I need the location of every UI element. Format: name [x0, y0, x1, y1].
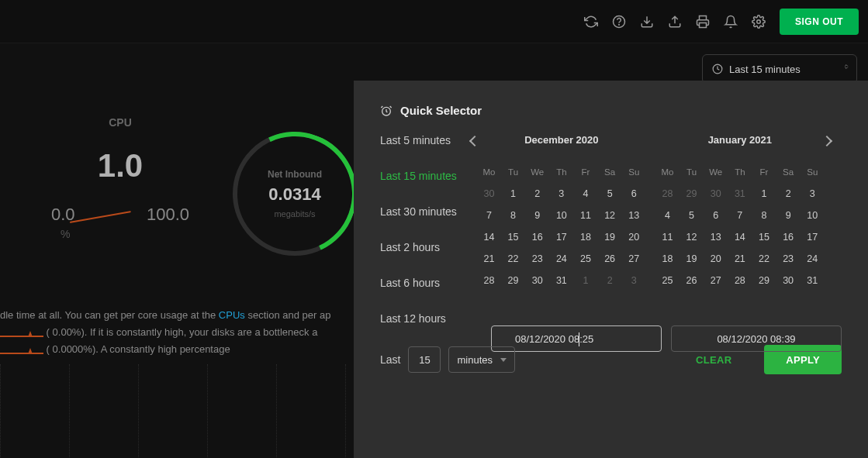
last-unit-select[interactable]: minutes	[448, 346, 515, 373]
calendar-day[interactable]: 23	[525, 248, 549, 270]
quick-select-item[interactable]: Last 2 hours	[380, 241, 457, 253]
time-range-selector[interactable]: Last 15 minutes	[702, 54, 857, 84]
calendar-day[interactable]: 23	[776, 248, 801, 270]
cpu-gauge-max: 100.0	[147, 205, 189, 225]
calendar-day[interactable]: 9	[776, 205, 801, 226]
calendar-day[interactable]: 3	[801, 183, 825, 205]
calendar-day[interactable]: 28	[728, 270, 752, 291]
calendar-day[interactable]: 13	[704, 226, 728, 248]
quick-select-item[interactable]: Last 12 hours	[380, 312, 457, 325]
calendar-day[interactable]: 19	[598, 226, 622, 248]
settings-icon[interactable]	[752, 15, 766, 29]
calendar-day[interactable]: 27	[704, 270, 728, 291]
calendar-day[interactable]: 30	[477, 183, 501, 205]
signout-button[interactable]: SIGN OUT	[780, 9, 859, 35]
calendar-day[interactable]: 31	[801, 270, 825, 291]
calendar-dow: Mo	[477, 164, 501, 183]
calendar-day[interactable]: 27	[622, 248, 646, 270]
calendar-day[interactable]: 2	[776, 183, 801, 205]
calendar-day[interactable]: 28	[655, 183, 680, 205]
calendar-day[interactable]: 21	[477, 248, 501, 270]
quick-select-item[interactable]: Last 6 hours	[380, 277, 457, 289]
calendar-day[interactable]: 31	[549, 270, 573, 291]
calendar-day[interactable]: 5	[598, 183, 622, 205]
calendar-day[interactable]: 20	[704, 248, 728, 270]
to-datetime-input[interactable]: 08/12/2020 08:39	[671, 325, 842, 352]
calendar-day[interactable]: 11	[655, 226, 680, 248]
calendar-day[interactable]: 25	[655, 270, 680, 291]
calendar-day[interactable]: 16	[776, 226, 801, 248]
calendar-day[interactable]: 15	[752, 226, 776, 248]
calendar-day[interactable]: 18	[573, 226, 597, 248]
calendar-day[interactable]: 6	[704, 205, 728, 226]
calendar-day[interactable]: 30	[704, 183, 728, 205]
quick-select-item[interactable]: Last 5 minutes	[380, 134, 457, 146]
calendar-day[interactable]: 21	[728, 248, 752, 270]
calendar-dow: We	[525, 164, 549, 183]
calendar-day[interactable]: 12	[680, 226, 704, 248]
calendar-day[interactable]: 8	[752, 205, 776, 226]
calendar-day[interactable]: 4	[573, 183, 597, 205]
calendar-day[interactable]: 15	[501, 226, 525, 248]
print-icon[interactable]	[696, 15, 710, 29]
calendar-day[interactable]: 30	[525, 270, 549, 291]
calendar-day[interactable]: 17	[801, 226, 825, 248]
refresh-icon[interactable]	[584, 15, 598, 29]
sparkline-icon	[0, 346, 43, 354]
calendar-day[interactable]: 3	[549, 183, 573, 205]
calendar-title: December 2020	[477, 134, 646, 146]
download-icon[interactable]	[640, 15, 654, 29]
calendar-day[interactable]: 25	[573, 248, 597, 270]
calendar-day[interactable]: 13	[622, 205, 646, 226]
last-n-input[interactable]	[408, 346, 441, 373]
calendar-day[interactable]: 19	[680, 248, 704, 270]
help-icon[interactable]	[612, 15, 626, 29]
calendar-day[interactable]: 17	[549, 226, 573, 248]
bell-icon[interactable]	[724, 15, 738, 29]
calendar-day[interactable]: 2	[525, 183, 549, 205]
calendar-day[interactable]: 24	[549, 248, 573, 270]
quick-select-item[interactable]: Last 30 minutes	[380, 205, 457, 218]
calendar-day[interactable]: 16	[525, 226, 549, 248]
calendar-day[interactable]: 3	[622, 270, 646, 291]
calendar-day[interactable]: 12	[598, 205, 622, 226]
calendar-day[interactable]: 1	[573, 270, 597, 291]
calendar-dow: Mo	[655, 164, 680, 183]
calendar-day[interactable]: 29	[680, 183, 704, 205]
calendar-day[interactable]: 29	[752, 270, 776, 291]
calendar-day[interactable]: 22	[501, 248, 525, 270]
clock-icon	[712, 64, 723, 74]
svg-point-3	[757, 19, 761, 23]
calendar-day[interactable]: 29	[501, 270, 525, 291]
calendar-day[interactable]: 28	[477, 270, 501, 291]
cpu-gauge-unit: %	[47, 228, 194, 240]
calendar-day[interactable]: 22	[752, 248, 776, 270]
calendar-day[interactable]: 5	[680, 205, 704, 226]
calendar-day[interactable]: 24	[801, 248, 825, 270]
calendar-day[interactable]: 7	[728, 205, 752, 226]
calendar-day[interactable]: 10	[549, 205, 573, 226]
calendar-day[interactable]: 2	[598, 270, 622, 291]
calendar-day[interactable]: 18	[655, 248, 680, 270]
calendar-day[interactable]: 10	[801, 205, 825, 226]
calendar-day[interactable]: 7	[477, 205, 501, 226]
from-datetime-input[interactable]: 08/12/2020 08:25	[491, 325, 662, 352]
calendar-day[interactable]: 30	[776, 270, 801, 291]
calendar-day[interactable]: 14	[477, 226, 501, 248]
quick-select-item[interactable]: Last 15 minutes	[380, 170, 457, 182]
calendar-day[interactable]: 26	[680, 270, 704, 291]
calendar-day[interactable]: 1	[752, 183, 776, 205]
calendar-day[interactable]: 1	[501, 183, 525, 205]
calendar-day[interactable]: 26	[598, 248, 622, 270]
calendar-day[interactable]: 6	[622, 183, 646, 205]
calendar-day[interactable]: 9	[525, 205, 549, 226]
calendar-day[interactable]: 14	[728, 226, 752, 248]
calendar-day[interactable]: 31	[728, 183, 752, 205]
calendar-day[interactable]: 11	[573, 205, 597, 226]
calendar-day[interactable]: 8	[501, 205, 525, 226]
upload-icon[interactable]	[668, 15, 682, 29]
cpu-gauge-title: CPU	[47, 116, 194, 129]
calendar-day[interactable]: 20	[622, 226, 646, 248]
calendar-day[interactable]: 4	[655, 205, 680, 226]
cpus-link[interactable]: CPUs	[219, 309, 245, 321]
